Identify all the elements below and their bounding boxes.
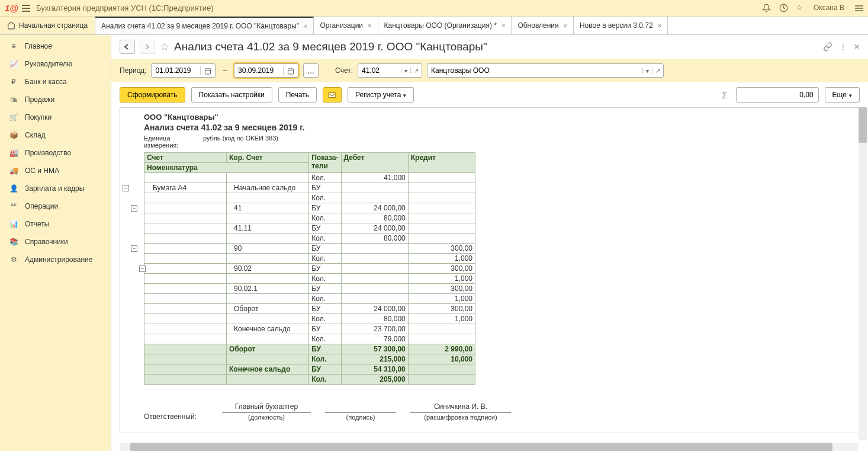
favorite-star-icon[interactable]: ☆ — [160, 40, 169, 53]
close-icon[interactable]: × — [658, 22, 661, 29]
responsible-label: Ответственный: — [144, 412, 215, 421]
calendar-icon[interactable] — [283, 66, 298, 75]
history-icon[interactable] — [779, 4, 788, 12]
star-icon[interactable]: ☆ — [796, 4, 803, 12]
account-select[interactable]: ▾ ↗ — [358, 63, 422, 78]
svg-rect-3 — [329, 93, 336, 98]
sidebar-item[interactable]: 📚Справочники — [0, 233, 111, 251]
close-icon[interactable]: × — [304, 23, 307, 30]
tab[interactable]: Организации× — [314, 17, 378, 34]
tree-collapse-icon[interactable]: − — [139, 266, 146, 272]
cell: 300,00 — [408, 244, 475, 254]
name-label: (расшифровка подписи) — [410, 412, 511, 421]
home-tab[interactable]: Начальная страница — [0, 17, 95, 34]
main-menu-icon[interactable] — [22, 5, 30, 12]
tab[interactable]: Канцтовары ООО (Организация) *× — [378, 17, 512, 34]
link-icon[interactable] — [823, 42, 832, 52]
sidebar-item[interactable]: 📈Руководителю — [0, 55, 111, 73]
col-header-credit: Кредит — [408, 153, 475, 173]
cell — [341, 274, 408, 284]
sidebar-item[interactable]: ≡Главное — [0, 37, 111, 55]
cell: Кол. — [309, 254, 341, 264]
cell: Кол. — [309, 294, 341, 304]
more-button[interactable]: Еще▾ — [825, 87, 860, 103]
sidebar-item[interactable]: 📊Отчеты — [0, 215, 111, 233]
close-icon[interactable]: × — [368, 22, 371, 29]
col-header-indicators: Показа-тели — [309, 153, 341, 173]
report-table: Счет Кор. Счет Показа-тели Дебет Кредит … — [144, 152, 475, 385]
sidebar-item[interactable]: 🏭Производство — [0, 144, 111, 162]
close-icon[interactable]: × — [501, 22, 505, 29]
scrollbar-vertical[interactable] — [859, 107, 867, 440]
titlebar-right: ☆ Оксана В — [762, 4, 863, 12]
content-area: ☆ Анализ счета 41.02 за 9 месяцев 2019 г… — [111, 35, 868, 451]
close-icon[interactable]: × — [564, 22, 567, 29]
cell: 90.02 — [227, 264, 309, 274]
sidebar-item[interactable]: 🛍Продажи — [0, 91, 111, 108]
tree-collapse-icon[interactable]: − — [131, 245, 137, 252]
nav-forward-button[interactable] — [140, 40, 155, 54]
calendar-icon[interactable] — [200, 66, 215, 75]
table-row: Кол.1,000 — [144, 274, 475, 284]
cell — [227, 314, 309, 324]
more-menu-icon[interactable]: ⋮ — [840, 43, 847, 51]
cell: БУ — [309, 284, 341, 294]
register-button[interactable]: Регистр учета▾ — [348, 87, 414, 103]
scrollbar-horizontal[interactable] — [120, 443, 859, 451]
position-value: Главный бухгалтер — [222, 402, 311, 411]
generate-button[interactable]: Сформировать — [120, 87, 185, 103]
period-picker-button[interactable]: ... — [303, 63, 319, 78]
app-logo: 1@ — [5, 3, 18, 13]
tree-collapse-icon[interactable]: − — [131, 205, 137, 212]
table-row: Бумага А4Начальное сальдоБУ — [144, 183, 475, 193]
tree-collapse-icon[interactable]: − — [123, 185, 129, 191]
cell: 80,000 — [341, 213, 408, 223]
org-select[interactable]: ▾ ↗ — [427, 63, 664, 78]
date-to-input[interactable] — [234, 63, 298, 78]
email-button[interactable] — [323, 87, 342, 103]
sidebar-item[interactable]: 📦Склад — [0, 126, 111, 144]
cell — [144, 244, 227, 254]
sidebar-item[interactable]: ᴬᴷОперации — [0, 197, 111, 215]
cell — [408, 223, 475, 234]
cell — [227, 193, 309, 203]
cell — [408, 234, 475, 244]
tab[interactable]: Обновления× — [512, 17, 574, 34]
sidebar-item[interactable]: 🛒Покупки — [0, 108, 111, 126]
cell — [144, 254, 227, 264]
cell: БУ — [309, 244, 341, 254]
sum-input[interactable] — [736, 87, 819, 103]
app-title: Бухгалтерия предприятия УСН (1С:Предприя… — [36, 4, 762, 12]
nav-back-button[interactable] — [120, 40, 135, 54]
dropdown-icon[interactable]: ▾ — [642, 68, 652, 74]
tab[interactable]: Анализ счета 41.02 за 9 месяцев 2019 г. … — [95, 17, 314, 34]
date-from-input[interactable] — [151, 63, 216, 78]
sidebar-item[interactable]: 🚚ОС и НМА — [0, 162, 111, 180]
table-total-row: Кол.205,000 — [144, 375, 475, 385]
cell: 1,000 — [408, 314, 475, 324]
tab[interactable]: Новое в версии 3.0.72× — [574, 17, 668, 34]
cell — [227, 213, 309, 223]
sidebar-item-label: Продажи — [25, 95, 54, 104]
cell — [408, 193, 475, 203]
expand-icon[interactable]: ↗ — [410, 68, 422, 74]
cell: Бумага А4 — [144, 183, 227, 193]
cell: 300,00 — [408, 264, 475, 274]
sidebar-item[interactable]: ₽Банк и касса — [0, 73, 111, 91]
expand-icon[interactable]: ↗ — [652, 68, 663, 74]
sidebar-item[interactable]: 👤Зарплата и кадры — [0, 180, 111, 197]
close-tab-icon[interactable]: ✕ — [854, 43, 860, 51]
sidebar-item-label: Производство — [25, 149, 71, 157]
sign-label: (подпись) — [325, 412, 396, 421]
sidebar-item-icon: 👤 — [8, 184, 19, 193]
show-settings-button[interactable]: Показать настройки — [191, 87, 272, 103]
cell — [144, 203, 227, 213]
user-name[interactable]: Оксана В — [814, 4, 844, 12]
cell: БУ — [309, 324, 341, 334]
bell-icon[interactable] — [762, 4, 771, 12]
print-button[interactable]: Печать — [278, 87, 317, 103]
dropdown-icon[interactable]: ▾ — [401, 68, 410, 74]
window-controls-icon[interactable] — [855, 4, 863, 12]
sidebar-item[interactable]: ⚙Администрирование — [0, 251, 111, 268]
cell: БУ — [309, 304, 341, 314]
